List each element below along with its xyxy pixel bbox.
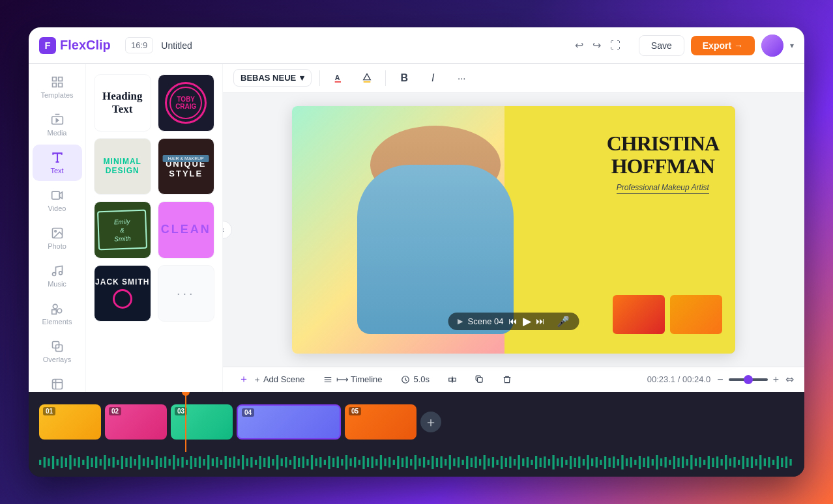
svg-rect-151 [583, 459, 585, 466]
svg-rect-1 [58, 77, 62, 81]
text-card-minimal[interactable]: MINIMALDESIGN [94, 138, 151, 195]
svg-rect-31 [65, 458, 67, 467]
mic-btn[interactable]: 🎤 [557, 315, 570, 328]
zoom-slider[interactable] [729, 378, 768, 381]
svg-rect-170 [664, 457, 666, 468]
play-icon-small: ▶ [458, 317, 463, 326]
bold-button[interactable]: B [394, 68, 415, 89]
dots-text: ··· [177, 286, 196, 301]
text-color-icon: A [333, 73, 343, 83]
undo-button[interactable]: ↩ [575, 39, 583, 51]
scene-prev-btn[interactable]: ⏮ [508, 316, 518, 326]
text-card-unique[interactable]: HAIR & MAKEUP UNIQUE STYLE [158, 138, 215, 195]
svg-rect-152 [587, 455, 589, 469]
toby-circle: TOBYCRAIG [165, 82, 207, 124]
add-scene-timeline-button[interactable]: ＋ [420, 412, 441, 432]
collapse-panel-button[interactable]: ‹ [223, 221, 232, 239]
duration-control[interactable]: 5.0s [396, 372, 435, 387]
svg-rect-97 [349, 458, 351, 466]
zoom-plus-button[interactable]: + [773, 374, 779, 385]
music-label: Music [48, 280, 66, 288]
sidebar-item-overlays[interactable]: Overlays [33, 333, 82, 370]
sidebar-item-bkground[interactable]: BKground [33, 371, 82, 392]
export-button[interactable]: Export → [691, 36, 755, 55]
aspect-ratio-label[interactable]: 16:9 [125, 37, 153, 53]
svg-rect-44 [121, 456, 123, 469]
timeline-button[interactable]: ⟼ Timeline [318, 372, 388, 387]
text-card-toby[interactable]: TOBYCRAIG [158, 74, 215, 132]
expand-button[interactable]: ⇔ [785, 373, 794, 385]
svg-rect-189 [746, 458, 748, 467]
timeline-clip-03[interactable]: 03 [171, 404, 233, 440]
zoom-minus-button[interactable]: − [717, 374, 723, 385]
italic-button[interactable]: I [422, 68, 443, 89]
svg-rect-178 [699, 457, 701, 468]
timeline-label: ⟼ Timeline [336, 374, 383, 384]
scene-next-btn[interactable]: ⏭ [536, 316, 545, 326]
text-card-heading[interactable]: Heading Text [94, 74, 151, 132]
save-button[interactable]: Save [639, 35, 684, 56]
app-logo: F FlexClip [39, 37, 117, 54]
svg-rect-177 [695, 458, 697, 466]
svg-rect-101 [367, 458, 369, 467]
fullscreen-button[interactable]: ⛶ [610, 40, 621, 51]
highlight-button[interactable] [357, 68, 377, 89]
duplicate-button[interactable] [470, 372, 490, 387]
sidebar-item-templates[interactable]: Templates [33, 69, 82, 105]
svg-rect-18 [335, 81, 341, 83]
more-button[interactable]: ··· [451, 68, 472, 89]
svg-rect-159 [617, 459, 619, 466]
svg-rect-194 [768, 457, 770, 468]
waveform-svg [39, 453, 794, 471]
svg-rect-130 [492, 457, 494, 468]
timeline-playhead[interactable] [185, 392, 186, 452]
account-chevron[interactable]: ▾ [790, 41, 794, 50]
jack-text: JACK SMITH [95, 277, 149, 287]
text-color-button[interactable]: A [328, 68, 349, 89]
text-icon [51, 151, 64, 164]
svg-rect-96 [345, 455, 347, 469]
timeline-clip-05[interactable]: 05 [345, 404, 416, 440]
text-card-dots[interactable]: ··· [158, 265, 215, 322]
topbar-actions: Save Export → ▾ [639, 35, 794, 57]
timeline-clip-02[interactable]: 02 [105, 404, 167, 440]
svg-rect-71 [237, 459, 239, 466]
svg-rect-199 [789, 459, 791, 466]
canvas-area: BEBAS NEUE ▾ A [223, 64, 804, 392]
svg-rect-42 [112, 457, 114, 468]
sidebar-item-media[interactable]: Media [33, 107, 82, 143]
add-scene-button[interactable]: ＋ ＋ Add Scene [233, 370, 310, 389]
svg-rect-89 [315, 458, 317, 466]
user-avatar[interactable] [761, 35, 783, 57]
split-icon [448, 375, 457, 384]
sidebar-item-music[interactable]: Music [33, 258, 82, 294]
svg-rect-19 [364, 81, 371, 83]
project-title[interactable]: Untitled [161, 40, 567, 51]
svg-rect-27 [48, 458, 50, 466]
svg-rect-28 [52, 456, 54, 469]
font-picker[interactable]: BEBAS NEUE ▾ [233, 69, 312, 87]
delete-button[interactable] [497, 372, 517, 387]
preview-subtitle: Professional Makeup Artist [617, 183, 709, 194]
sidebar-item-text[interactable]: Text [33, 145, 82, 181]
svg-rect-88 [311, 455, 313, 469]
svg-rect-34 [78, 457, 80, 468]
sidebar-item-elements[interactable]: Elements [33, 296, 82, 332]
svg-rect-57 [177, 458, 179, 466]
add-scene-label: ＋ Add Scene [253, 374, 305, 385]
svg-rect-156 [604, 456, 606, 469]
svg-rect-21 [449, 378, 452, 382]
timeline-clip-04[interactable]: 04 [237, 404, 341, 440]
svg-rect-145 [557, 458, 559, 466]
svg-rect-61 [194, 458, 196, 467]
timeline-area: 01 02 03 04 05 ＋ [29, 392, 804, 477]
text-card-clean[interactable]: CLEAN [158, 201, 215, 259]
text-card-jack[interactable]: JACK SMITH [94, 265, 151, 322]
text-card-emily[interactable]: Emily&Smith [94, 201, 151, 259]
sidebar-item-video[interactable]: Video [33, 182, 82, 219]
timeline-clip-01[interactable]: 01 [39, 404, 101, 440]
redo-button[interactable]: ↪ [592, 39, 601, 51]
sidebar-item-photo[interactable]: Photo [33, 220, 82, 257]
scene-play-btn[interactable]: ▶ [523, 315, 531, 328]
split-button[interactable] [443, 372, 462, 387]
